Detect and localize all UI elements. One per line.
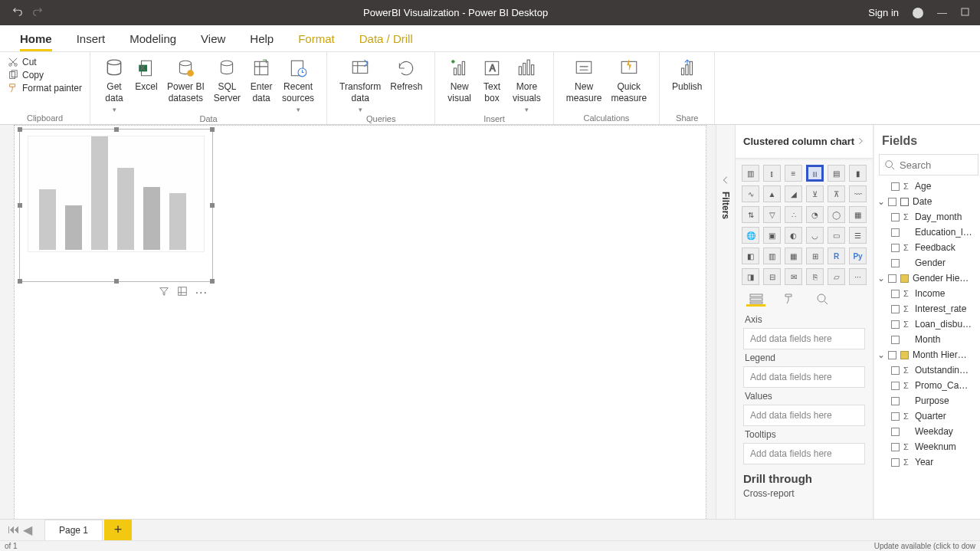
text-box-button[interactable]: AText box [476,55,508,104]
viz-get-more[interactable]: ··· [849,268,867,285]
viz-type-line-clustered[interactable]: ⊼ [828,185,845,202]
field-weeknum[interactable]: ΣWeeknum [874,439,980,454]
viz-type-gauge[interactable]: ◡ [806,227,824,244]
viz-type-map[interactable]: 🌐 [742,227,759,244]
avatar-icon[interactable] [913,8,923,18]
search-input[interactable] [900,159,955,171]
report-canvas[interactable]: ··· [14,125,706,520]
new-measure-button[interactable]: New measure [562,55,607,104]
undo-icon[interactable] [12,6,23,19]
new-visual-button[interactable]: New visual [443,55,476,104]
pbi-datasets-button[interactable]: Power BI datasets [162,55,209,104]
more-options-icon[interactable]: ··· [195,286,208,300]
viz-type-qa[interactable]: ✉ [785,268,802,285]
cut-button[interactable]: Cut [8,57,82,67]
page-first-icon[interactable]: ⏮ [8,523,20,537]
page-prev-icon[interactable]: ◀ [23,523,32,537]
viz-type-ribbon[interactable]: 〰 [849,185,867,202]
fields-search[interactable] [879,154,978,175]
well-values[interactable]: Add data fields here [743,405,865,426]
redo-icon[interactable] [32,6,43,19]
format-tab[interactable] [779,293,798,307]
filters-pane-collapsed[interactable]: Filters [716,125,736,530]
viz-type-filled-map[interactable]: ▣ [763,227,781,244]
field-purpose[interactable]: Purpose [874,393,980,408]
viz-type-key-influencers[interactable]: ◨ [742,268,759,285]
tab-help[interactable]: Help [250,25,274,51]
viz-type-multi-card[interactable]: ☰ [849,227,867,244]
get-data-button[interactable]: Get data▾ [98,55,130,114]
field-education_l-[interactable]: Education_l… [874,225,980,240]
add-page-button[interactable]: + [104,520,132,541]
field-month[interactable]: Month [874,332,980,347]
tab-insert[interactable]: Insert [77,25,106,51]
viz-type-table[interactable]: ▦ [785,248,802,264]
viz-type-narrative[interactable]: ⎘ [806,268,824,285]
more-visuals-button[interactable]: More visuals▾ [508,55,546,114]
publish-button[interactable]: Publish [667,55,706,93]
tab-view[interactable]: View [201,25,225,51]
well-tooltips[interactable]: Add data fields here [743,443,865,464]
tab-modeling[interactable]: Modeling [129,25,176,51]
quick-measure-button[interactable]: Quick measure [606,55,651,104]
viz-type-paginated[interactable]: ▱ [828,268,845,285]
copy-button[interactable]: Copy [8,70,82,80]
tab-data-drill[interactable]: Data / Drill [359,25,413,51]
format-painter-button[interactable]: Format painter [8,83,82,93]
sign-in-link[interactable]: Sign in [868,7,899,18]
tab-home[interactable]: Home [20,25,52,51]
viz-type-stacked-bar[interactable]: ▥ [742,165,759,182]
viz-type-kpi[interactable]: ◧ [742,248,759,264]
viz-type-slicer[interactable]: ▥ [763,248,781,264]
recent-sources-button[interactable]: Recent sources▾ [277,55,319,114]
field-gender-hie-[interactable]: ⌄Gender Hie… [874,271,980,286]
field-promo_ca-[interactable]: ΣPromo_Ca… [874,378,980,393]
focus-mode-icon[interactable] [177,286,188,300]
viz-type-100-bar[interactable]: ▤ [828,165,845,182]
maximize-button[interactable] [961,7,969,18]
fields-well-tab[interactable] [746,293,765,307]
field-gender[interactable]: Gender [874,255,980,271]
field-outstandin-[interactable]: ΣOutstandin… [874,362,980,378]
status-update[interactable]: Update available (click to dow [874,542,975,550]
well-axis[interactable]: Add data fields here [743,328,865,349]
viz-type-card[interactable]: ▭ [828,227,845,244]
visual-placeholder[interactable]: ··· [19,129,213,282]
filter-icon[interactable] [159,286,169,300]
excel-button[interactable]: XExcel [130,55,162,93]
viz-type-funnel[interactable]: ▽ [763,206,781,223]
field-date[interactable]: ⌄Date [874,194,980,209]
viz-type-treemap[interactable]: ▦ [849,206,867,223]
viz-type-shape-map[interactable]: ◐ [785,227,802,244]
viz-type-r[interactable]: R [828,248,845,264]
viz-type-area[interactable]: ▲ [763,185,781,202]
viz-type-donut[interactable]: ◯ [828,206,845,223]
viz-type-clustered-column[interactable]: ⫼ [806,165,824,182]
field-month-hier-[interactable]: ⌄Month Hier… [874,347,980,362]
field-loan_disbu-[interactable]: ΣLoan_disbu… [874,316,980,332]
viz-type-stacked-area[interactable]: ◢ [785,185,802,202]
viz-type-scatter[interactable]: ∴ [785,206,802,223]
viz-type-waterfall[interactable]: ⇅ [742,206,759,223]
field-quarter[interactable]: ΣQuarter [874,408,980,424]
field-age[interactable]: ΣAge [874,179,980,194]
field-income[interactable]: ΣIncome [874,286,980,301]
field-feedback[interactable]: ΣFeedback [874,240,980,255]
viz-type-line-stacked[interactable]: ⊻ [806,185,824,202]
well-legend[interactable]: Add data fields here [743,366,865,388]
enter-data-button[interactable]: Enter data [245,55,277,104]
analytics-tab[interactable] [812,293,831,307]
field-weekday[interactable]: Weekday [874,424,980,439]
viz-type-decomposition[interactable]: ⊟ [763,268,781,285]
field-day_month[interactable]: ΣDay_month [874,209,980,225]
viz-type-matrix[interactable]: ⊞ [806,248,824,264]
sql-server-button[interactable]: SQL Server [209,55,245,104]
refresh-button[interactable]: Refresh [385,55,427,93]
page-tab-1[interactable]: Page 1 [44,520,103,541]
minimize-button[interactable]: — [937,7,947,18]
viz-type-line[interactable]: ∿ [742,185,759,202]
field-year[interactable]: ΣYear [874,454,980,470]
viz-type-100-column[interactable]: ▮ [849,165,867,182]
viz-type-pie[interactable]: ◔ [806,206,824,223]
viz-type-stacked-column[interactable]: ⫿ [763,165,781,182]
